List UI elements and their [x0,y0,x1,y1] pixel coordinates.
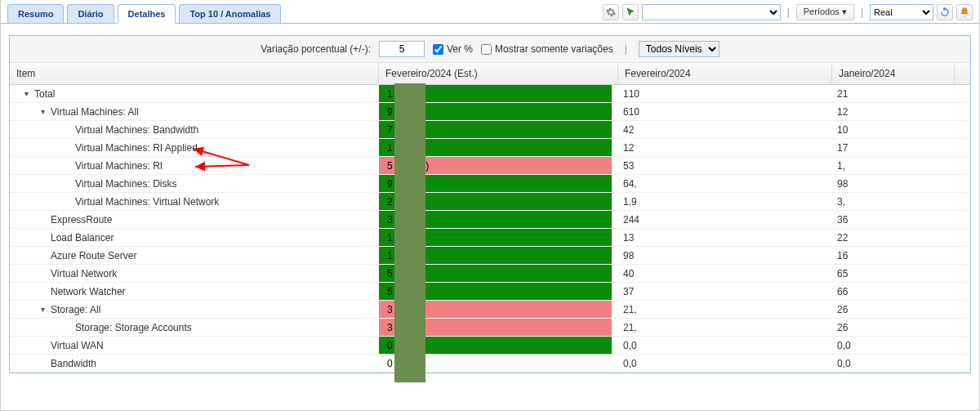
item-label: Virtual Machines: Virtual Network [75,196,219,208]
item-cell: ▾Virtual Machines: All [10,103,379,120]
table-row[interactable]: Bandwidth0 0,00,0 [10,355,970,373]
item-cell: Virtual Network [10,265,379,282]
item-cell: Load Balancer [10,229,379,246]
item-cell: Network Watcher [10,283,379,300]
fev-cell: 40 [618,265,832,282]
item-label: Virtual Machines: RI Applied [75,142,198,154]
item-label: Virtual WAN [51,340,104,351]
fev-cell: 1,9 [618,193,832,210]
header-fev-est[interactable]: Fevereiro/2024 (Est.) [379,63,618,84]
gear-icon[interactable] [603,4,619,20]
jan-cell: 16 [832,247,955,264]
item-cell: Bandwidth [10,355,379,372]
refresh-icon[interactable] [937,4,953,20]
table-row[interactable]: Virtual Network5 2%)4065 [10,265,970,283]
item-cell: Virtual Machines: Virtual Network [10,193,379,210]
header-fev[interactable]: Fevereiro/2024 [618,63,832,84]
fev-cell: 21, [618,319,832,336]
header-item[interactable]: Item [10,63,379,84]
redaction-overlay [394,83,425,382]
table-row[interactable]: Virtual Machines: Bandwidth7 33%)4210 [10,121,970,139]
item-label: Virtual Network [51,268,117,279]
table-row[interactable]: Azure Route Server1 12%)9816 [10,247,970,265]
table-row[interactable]: Virtual Machines: Disks9 )64,98 [10,175,970,193]
jan-cell: 1, [832,157,955,174]
niveis-select[interactable]: Todos Níveis [639,41,719,57]
tab-diario[interactable]: Diário [67,4,114,23]
grid-body: ▾Total1 -19%)11021▾Virtual Machines: All… [10,85,970,373]
variacao-input[interactable] [379,41,425,57]
table-row[interactable]: ▾Virtual Machines: All9 24%)61012 [10,103,970,121]
table-row[interactable]: ExpressRoute3 5%)24436 [10,211,970,229]
jan-cell: 26 [832,319,955,336]
item-cell: Virtual Machines: RI Applied [10,139,379,156]
verpct-check[interactable]: Ver % [433,43,473,55]
item-cell: Virtual Machines: Disks [10,175,379,192]
jan-cell: 17 [832,139,955,156]
fev-cell: 37 [618,283,832,300]
jan-cell: 0,0 [832,355,955,372]
table-row[interactable]: Virtual Machines: Virtual Network2 )1,93… [10,193,970,211]
table-row[interactable]: ▾Total1 -19%)11021 [10,85,970,103]
fev-cell: 53 [618,157,832,174]
mostrar-check[interactable]: Mostrar somente variações [481,43,613,55]
mostrar-label: Mostrar somente variações [495,43,613,55]
item-cell: ▾Storage: All [10,301,379,318]
verpct-checkbox[interactable] [433,44,443,55]
item-label: Storage: All [51,304,100,315]
table-row[interactable]: Virtual Machines: RI Applied1 30%)1217 [10,139,970,157]
separator: | [858,7,866,18]
jan-cell: 0,0 [832,337,955,354]
jan-cell: 98 [832,175,955,192]
item-cell: Virtual WAN [10,337,379,354]
item-cell: Virtual Machines: Bandwidth [10,121,379,138]
item-cell: Virtual Machines: RI [10,157,379,174]
variacao-label: Variação porcentual (+/-): [261,43,371,55]
grid-header: Item Fevereiro/2024 (Est.) Fevereiro/202… [10,63,970,85]
item-label: Total [34,88,55,100]
expand-icon[interactable]: ▾ [24,89,33,98]
fev-cell: 64, [618,175,832,192]
fev-cell: 12 [618,139,832,156]
periodos-button[interactable]: Períodos ▾ [796,4,854,20]
fev-cell: 610 [618,103,832,120]
tab-resumo[interactable]: Resumo [7,4,64,23]
table-row[interactable]: Virtual WAN0 0,00,0 [10,337,970,355]
fev-cell: 21, [618,301,832,318]
table-row[interactable]: Virtual Machines: RI5 4787%)531, [10,157,970,175]
table-row[interactable]: Network Watcher5 3%)3766 [10,283,970,301]
item-label: Virtual Machines: Disks [75,178,177,190]
fev-cell: 98 [618,247,832,264]
expand-icon[interactable]: ▾ [41,107,49,116]
jan-cell: 10 [832,121,955,138]
mostrar-checkbox[interactable] [481,44,492,55]
table-row[interactable]: Load Balancer1 15%)1322 [10,229,970,247]
header-jan[interactable]: Janeiro/2024 [832,63,955,84]
item-cell: Storage: Storage Accounts [10,319,379,336]
filter-dropdown[interactable] [642,4,781,20]
fev-cell: 110 [618,85,832,102]
item-cell: Azure Route Server [10,247,379,264]
table-row[interactable]: Storage: Storage Accounts3 4%)21,26 [10,319,970,337]
cursor-icon[interactable] [622,4,639,20]
jan-cell: 26 [832,301,955,318]
real-dropdown[interactable]: Real [870,4,933,20]
tab-detalhes[interactable]: Detalhes [118,4,176,24]
est-value: 0 [384,358,393,369]
jan-cell: 22 [832,229,955,246]
item-label: Virtual Machines: All [51,106,139,118]
bell-icon[interactable] [956,4,973,20]
item-cell: ▾Total [10,85,379,102]
expand-icon[interactable]: ▾ [41,305,49,314]
jan-cell: 3, [832,193,955,210]
item-label: Virtual Machines: Bandwidth [75,124,198,136]
jan-cell: 65 [832,265,955,282]
fev-cell: 0,0 [618,337,832,354]
table-row[interactable]: ▾Storage: All3 4%)21,26 [10,301,970,319]
jan-cell: 66 [832,283,955,300]
fev-cell: 42 [618,121,832,138]
verpct-label: Ver % [447,43,473,55]
tab-top10[interactable]: Top 10 / Anomalias [179,4,281,23]
separator: | [784,7,793,18]
jan-cell: 21 [832,85,955,102]
